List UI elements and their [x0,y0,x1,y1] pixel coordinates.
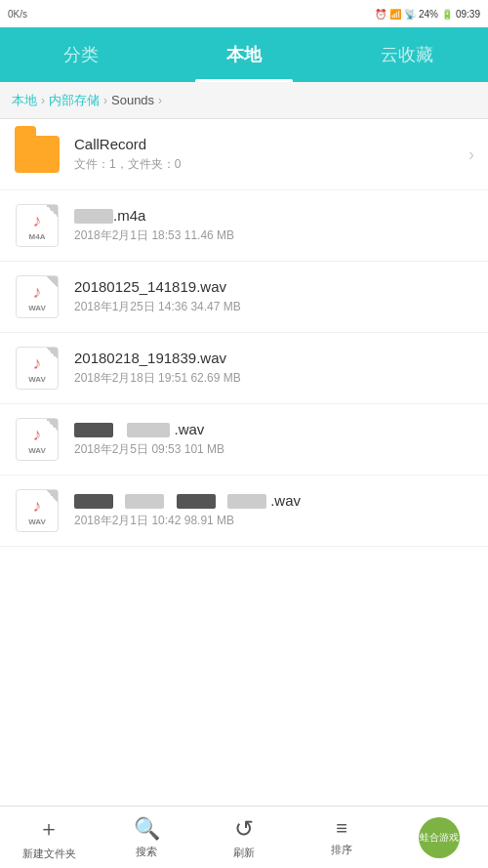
blurred-block-e [177,494,216,509]
folder-name: CallRecord [74,136,461,152]
arrow-icon: › [468,145,474,165]
file-ext-label-wav2: WAV [28,375,46,384]
file-meta-m4a: 2018年2月1日 18:53 11.46 MB [74,227,474,244]
file-item-m4a[interactable]: ♪ M4A .m4a 2018年2月1日 18:53 11.46 MB [0,190,488,262]
time-display: 09:39 [456,9,480,20]
audio-icon-wrap-wav3: ♪ WAV [16,418,59,461]
tab-cloud[interactable]: 云收藏 [325,27,488,82]
blurred-block-f [227,494,266,509]
music-note-icon-wav3: ♪ [33,425,42,445]
breadcrumb-sep-2: › [103,94,107,107]
frog-logo: 蛙合游戏 [419,817,460,858]
file-suffix-wav3: .wav [175,421,205,437]
file-item-wav1[interactable]: ♪ WAV 20180125_141819.wav 2018年1月25日 14:… [0,262,488,333]
alarm-icon: ⏰ [375,9,386,20]
music-note-icon: ♪ [33,211,42,231]
file-ext-label: M4A [29,232,46,241]
blurred-block-b [127,423,170,437]
status-icons: ⏰ 📶 📡 24% 🔋 09:39 [375,9,480,20]
blurred-name-1 [74,209,113,224]
battery-text: 24% [419,9,438,20]
new-folder-button[interactable]: ＋ 新建文件夹 [0,806,98,868]
file-info-wav1: 20180125_141819.wav 2018年1月25日 14:36 34.… [74,278,474,315]
bottom-bar: ＋ 新建文件夹 🔍 搜索 ↺ 刷新 ≡ 排序 蛙合游戏 [0,806,488,868]
file-name-m4a: .m4a [74,207,474,225]
audio-icon-wrap-wav2: ♪ WAV [16,347,59,390]
file-name-suffix-m4a: .m4a [113,207,145,224]
file-name-wav1: 20180125_141819.wav [74,278,474,295]
audio-icon-wrap-wav1: ♪ WAV [16,275,59,318]
breadcrumb-sep-3: › [158,94,162,107]
music-note-icon-wav2: ♪ [33,353,42,374]
sort-icon: ≡ [336,817,347,840]
file-name-wav4: .wav [74,492,474,510]
file-item-wav2[interactable]: ♪ WAV 20180218_191839.wav 2018年2月18日 19:… [0,333,488,404]
file-info-wav2: 20180218_191839.wav 2018年2月18日 19:51 62.… [74,350,474,387]
refresh-button[interactable]: ↺ 刷新 [195,806,293,868]
file-ext-label-wav4: WAV [28,517,46,526]
audio-icon-wrap-wav4: ♪ WAV [16,489,59,532]
search-label: 搜索 [136,845,157,859]
file-meta-wav4: 2018年2月1日 10:42 98.91 MB [74,513,474,529]
blurred-block-a [74,423,113,437]
file-meta-wav2: 2018年2月18日 19:51 62.69 MB [74,370,474,387]
file-meta-wav1: 2018年1月25日 14:36 34.47 MB [74,299,474,315]
status-bar: 0K/s ⏰ 📶 📡 24% 🔋 09:39 [0,0,488,27]
file-meta-wav3: 2018年2月5日 09:53 101 MB [74,441,474,458]
tab-classify[interactable]: 分类 [0,27,163,82]
tab-local[interactable]: 本地 [163,27,326,82]
file-item-wav4[interactable]: ♪ WAV .wav 2018年2月1日 10:42 98.91 MB [0,475,488,547]
music-note-icon-wav4: ♪ [33,496,42,517]
frog-logo-button[interactable]: 蛙合游戏 [390,806,488,868]
new-folder-label: 新建文件夹 [22,847,76,861]
breadcrumb: 本地 › 内部存储 › Sounds › [0,82,488,119]
corner-fold-wav1 [46,276,58,288]
file-info-wav3: .wav 2018年2月5日 09:53 101 MB [74,421,474,459]
corner-fold-wav2 [46,348,58,359]
breadcrumb-sounds: Sounds [111,93,154,107]
file-name-wav3: .wav [74,421,474,438]
breadcrumb-internal-storage[interactable]: 内部存储 [49,92,100,109]
corner-fold [46,205,58,217]
file-info-m4a: .m4a 2018年2月1日 18:53 11.46 MB [74,207,474,245]
audio-icon-wav4: ♪ WAV [14,487,61,534]
audio-icon-wav3: ♪ WAV [14,416,61,463]
folder-info: CallRecord 文件：1，文件夹：0 [74,136,461,173]
wifi-icon: 📶 [389,9,401,20]
breadcrumb-local[interactable]: 本地 [12,92,37,109]
refresh-label: 刷新 [233,846,255,860]
file-ext-label-wav3: WAV [28,446,46,455]
network-speed: 0K/s [8,9,27,20]
file-suffix-wav4: .wav [270,492,301,509]
file-info-wav4: .wav 2018年2月1日 10:42 98.91 MB [74,492,474,530]
sort-label: 排序 [331,843,352,857]
file-name-wav2: 20180218_191839.wav [74,350,474,366]
file-ext-label-wav1: WAV [28,304,46,312]
file-list: CallRecord 文件：1，文件夹：0 › ♪ M4A .m4a 2018年… [0,119,488,806]
search-button[interactable]: 🔍 搜索 [98,806,195,868]
blurred-block-d [125,494,164,509]
battery-icon: 🔋 [441,9,453,20]
folder-shape [15,136,60,173]
corner-fold-wav4 [46,490,58,502]
top-navigation: 分类 本地 云收藏 [0,27,488,82]
file-item-wav3[interactable]: ♪ WAV .wav 2018年2月5日 09:53 101 MB [0,404,488,475]
signal-icon: 📡 [404,9,416,20]
file-item-callrecord[interactable]: CallRecord 文件：1，文件夹：0 › [0,119,488,190]
sort-button[interactable]: ≡ 排序 [293,806,390,868]
breadcrumb-sep-1: › [41,94,45,107]
audio-icon-wav1: ♪ WAV [14,273,61,320]
corner-fold-wav3 [46,419,58,431]
audio-icon-wrap: ♪ M4A [16,204,59,247]
search-icon: 🔍 [134,816,160,842]
folder-meta: 文件：1，文件夹：0 [74,156,461,173]
audio-icon-m4a: ♪ M4A [14,202,61,249]
music-note-icon-wav1: ♪ [33,282,42,303]
blurred-block-c [74,494,113,509]
audio-icon-wav2: ♪ WAV [14,345,61,392]
folder-icon [14,131,61,178]
refresh-icon: ↺ [234,815,254,843]
plus-icon: ＋ [38,814,60,844]
frog-logo-text: 蛙合游戏 [420,832,459,844]
